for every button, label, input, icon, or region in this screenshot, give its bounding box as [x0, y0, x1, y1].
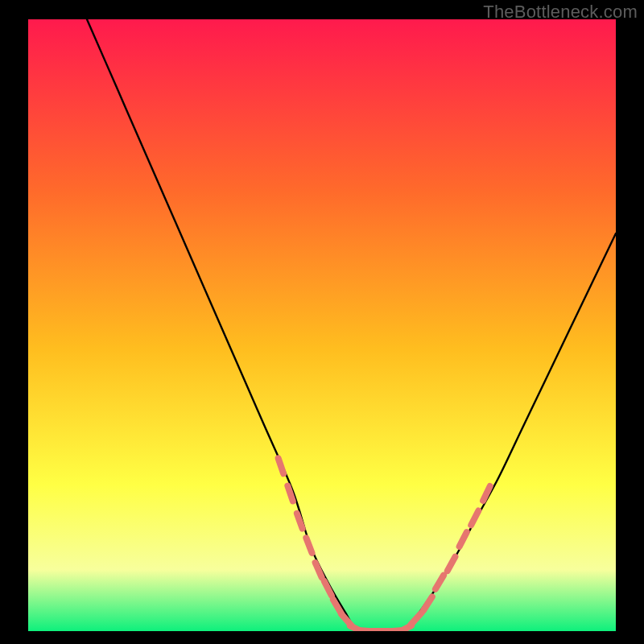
gradient-background	[28, 19, 616, 631]
watermark-text: TheBottleneck.com	[483, 2, 638, 23]
plot-area	[28, 19, 616, 631]
chart-svg	[28, 19, 616, 631]
chart-container: TheBottleneck.com	[0, 0, 644, 644]
